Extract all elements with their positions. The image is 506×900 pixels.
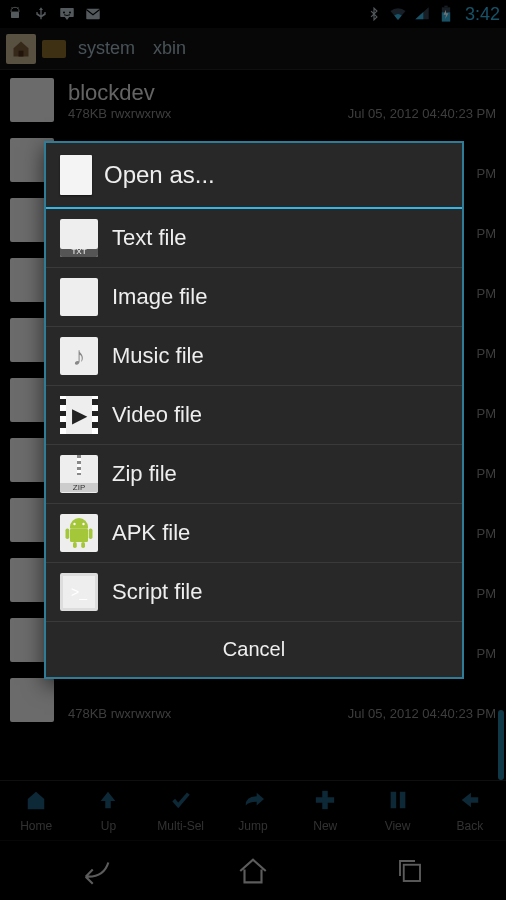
svg-point-20 [82,523,84,525]
dialog-header: Open as... [46,143,462,209]
svg-rect-15 [66,529,70,540]
open-as-script[interactable]: >_ Script file [46,563,462,621]
svg-rect-17 [73,542,77,548]
apk-file-icon [60,514,98,552]
cancel-button[interactable]: Cancel [46,621,462,677]
music-file-icon: ♪ [60,337,98,375]
option-label: Text file [112,225,187,251]
text-file-icon [60,219,98,257]
option-label: Image file [112,284,207,310]
zip-file-icon [60,455,98,493]
open-as-text[interactable]: Text file [46,209,462,268]
open-as-video[interactable]: ▶ Video file [46,386,462,445]
open-as-dialog: Open as... Text file Image file ♪ Music … [44,141,464,679]
option-label: APK file [112,520,190,546]
dialog-title: Open as... [104,161,215,189]
svg-point-19 [73,523,75,525]
dialog-option-list: Text file Image file ♪ Music file ▶ Vide… [46,209,462,621]
open-as-image[interactable]: Image file [46,268,462,327]
svg-rect-18 [81,542,85,548]
option-label: Music file [112,343,204,369]
document-icon [60,155,92,195]
svg-rect-16 [89,529,93,540]
video-file-icon: ▶ [60,396,98,434]
open-as-apk[interactable]: APK file [46,504,462,563]
option-label: Video file [112,402,202,428]
option-label: Zip file [112,461,177,487]
option-label: Script file [112,579,202,605]
open-as-music[interactable]: ♪ Music file [46,327,462,386]
script-file-icon: >_ [60,573,98,611]
image-file-icon [60,278,98,316]
open-as-zip[interactable]: Zip file [46,445,462,504]
svg-rect-14 [70,529,88,543]
